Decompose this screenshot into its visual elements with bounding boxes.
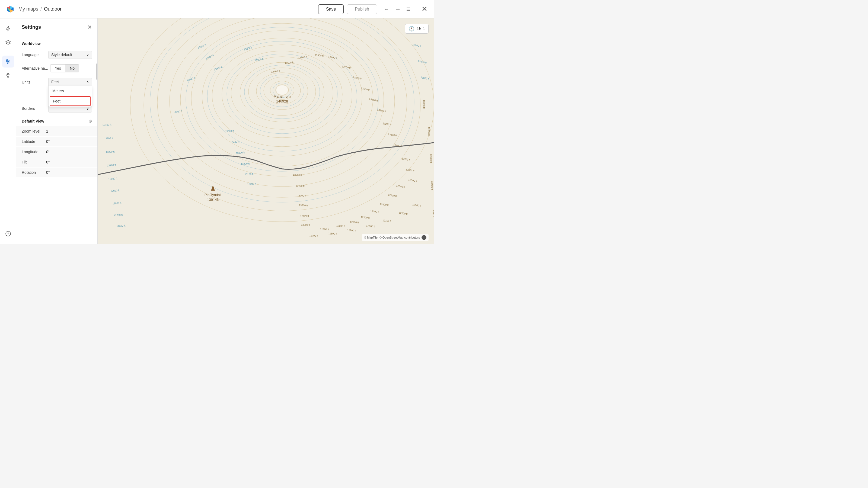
topbar: My maps / Outdoor Save Publish ← → ≡ ✕ [0,0,434,19]
back-button[interactable]: ← [383,6,390,13]
default-view-header: Default View ⊕ [16,115,97,126]
app-logo [6,5,14,13]
svg-text:13200 ft: 13200 ft [106,150,115,154]
map-svg: .contour-tan { stroke: #c9b07a; stroke-w… [98,19,434,244]
zoom-field: Zoom level 1 [16,126,97,136]
svg-text:12200 ft: 12200 ft [432,208,434,217]
svg-text:13914ft: 13914ft [207,198,219,202]
sidebar-icons: ? [0,19,16,244]
language-chevron-down-icon: ∨ [86,53,89,57]
topbar-actions: Save Publish ← → ≡ ✕ [318,4,428,14]
svg-text:13000 ft: 13000 ft [423,100,425,109]
svg-point-9 [8,61,10,62]
svg-point-11 [7,62,8,64]
topbar-nav: ← → ≡ ✕ [383,4,428,14]
units-dropdown-list: Meters Feet [48,86,92,107]
units-dropdown-container: Feet ∧ Meters Feet [48,78,92,86]
clock-icon: 🕐 [408,26,414,32]
alt-names-field: Alternative na... Yes No [16,62,97,75]
forward-button[interactable]: → [395,6,401,13]
svg-text:11700 ft: 11700 ft [309,234,318,237]
svg-point-7 [6,60,8,61]
close-button[interactable]: ✕ [422,5,428,13]
settings-header: Settings ✕ [16,19,97,35]
alt-names-yes-button[interactable]: Yes [51,65,65,72]
sidebar-layers-button[interactable] [2,37,14,49]
svg-text:13300 ft: 13300 ft [104,137,113,140]
latitude-value: 0° [46,139,50,144]
svg-text:?: ? [7,232,9,236]
breadcrumb: My maps / Outdoor [19,6,314,12]
svg-text:13400 ft: 13400 ft [296,184,305,187]
latitude-label: Latitude [22,139,46,144]
alt-names-label: Alternative na... [22,66,48,70]
svg-text:13000 ft: 13000 ft [301,223,310,226]
sidebar-lightning-button[interactable] [2,23,14,35]
latitude-field: Latitude 0° [16,137,97,147]
svg-text:12100 ft: 12100 ft [350,221,359,224]
svg-text:13400 ft: 13400 ft [102,123,112,126]
publish-button[interactable]: Publish [347,4,377,14]
rotation-field: Rotation 0° [16,167,97,177]
svg-point-111 [276,85,288,95]
units-option-meters[interactable]: Meters [49,86,92,96]
svg-text:13100 ft: 13100 ft [245,173,254,176]
worldview-section-title: Worldview [16,39,97,48]
language-value: Style default [51,53,72,57]
tilt-value: 0° [46,160,50,164]
units-value: Feet [51,80,59,84]
nav-separator [416,4,416,14]
svg-text:13500 ft: 13500 ft [293,173,302,176]
svg-marker-5 [6,40,10,43]
units-chevron-up-icon: ∧ [86,80,89,84]
svg-text:12000 ft: 12000 ft [336,225,345,227]
breadcrumb-current: Outdoor [44,6,62,12]
units-label: Units [22,78,46,84]
units-select[interactable]: Feet ∧ [48,78,92,86]
breadcrumb-parent[interactable]: My maps [19,6,38,12]
language-label: Language [22,53,46,57]
longitude-label: Longitude [22,150,46,154]
crosshair-icon[interactable]: ⊕ [88,119,92,124]
svg-text:13000 ft: 13000 ft [247,183,256,186]
rotation-value: 0° [46,170,50,174]
zoom-value: 1 [46,129,48,133]
map-zoom-display: 🕐 15.1 [405,24,429,34]
zoom-label: Zoom level [22,129,46,133]
default-view-title: Default View [22,119,44,123]
svg-text:13200 ft: 13200 ft [241,162,250,165]
language-select[interactable]: Style default ∨ [48,51,92,59]
svg-text:12800 ft: 12800 ft [428,127,430,136]
settings-body: Worldview Language Style default ∨ Alter… [16,35,97,244]
svg-text:14692ft: 14692ft [276,99,288,103]
zoom-level-display: 15.1 [416,26,425,31]
sidebar-help-button[interactable]: ? [2,228,14,240]
units-option-feet[interactable]: Feet [50,96,91,106]
svg-text:Pic Tyndall: Pic Tyndall [205,193,222,197]
tilt-label: Tilt [22,160,46,164]
borders-label: Borders [22,106,46,110]
menu-button[interactable]: ≡ [406,5,410,13]
attribution-text: © MapTiler © OpenStreetMap contributors [364,236,420,239]
map-area[interactable]: .contour-tan { stroke: #c9b07a; stroke-w… [98,19,434,244]
alt-names-no-button[interactable]: No [65,65,79,72]
units-field: Units Feet ∧ Meters Feet [16,75,97,89]
map-attribution: © MapTiler © OpenStreetMap contributors … [362,234,429,241]
sidebar-puzzle-button[interactable] [2,70,14,82]
svg-text:13100 ft: 13100 ft [300,214,309,217]
breadcrumb-sep: / [40,6,42,12]
svg-text:11900 ft: 11900 ft [320,228,329,231]
settings-panel: Settings ✕ Worldview Language Style defa… [16,19,98,244]
info-icon[interactable]: i [422,235,426,240]
scroll-indicator [96,19,97,244]
svg-text:13200 ft: 13200 ft [299,204,308,207]
scroll-thumb [96,63,97,80]
tilt-field: Tilt 0° [16,157,97,167]
longitude-field: Longitude 0° [16,147,97,157]
sidebar-sliders-button[interactable] [2,56,14,67]
svg-text:12400 ft: 12400 ft [431,181,433,190]
settings-close-button[interactable]: ✕ [87,24,92,30]
save-button[interactable]: Save [318,4,344,14]
svg-text:12600 ft: 12600 ft [430,154,432,163]
settings-title: Settings [22,24,41,30]
